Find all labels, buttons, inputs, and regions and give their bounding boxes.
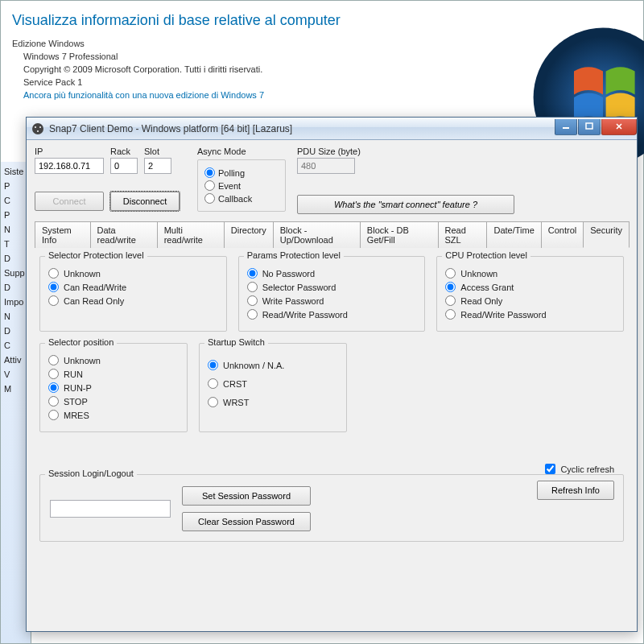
async-polling[interactable]: Polling (204, 167, 279, 178)
tab-data-read-write[interactable]: Data read/write (90, 221, 158, 248)
tab-directory[interactable]: Directory (224, 221, 274, 248)
disconnect-button[interactable]: Disconnect (110, 192, 180, 211)
tab-control[interactable]: Control (541, 221, 584, 248)
async-event[interactable]: Event (204, 180, 279, 191)
titlebar[interactable]: Snap7 Client Demo - Windows platform [64… (27, 118, 637, 140)
radio-params_prot-3[interactable]: Read/Write Password (247, 309, 417, 320)
radio-cpu_prot-3[interactable]: Read/Write Password (445, 309, 615, 320)
minimize-button[interactable] (555, 119, 577, 135)
rack-label: Rack (110, 147, 138, 156)
tab-security[interactable]: Security (583, 221, 630, 248)
smart-connect-button[interactable]: What's the "smart connect" feature ? (297, 195, 514, 214)
group-selector-position: Selector position UnknownRUNRUN-PSTOPMRE… (39, 343, 188, 432)
window-title: Snap7 Client Demo - Windows platform [64… (49, 123, 554, 134)
tab-system-info[interactable]: System Info (35, 221, 91, 248)
tab-multi-read-write[interactable]: Multi read/write (157, 221, 225, 248)
tab-date-time[interactable]: Date/Time (486, 221, 541, 248)
app-icon (31, 122, 44, 135)
clear-session-password-button[interactable]: Clear Session Password (182, 512, 311, 531)
svg-point-5 (37, 130, 39, 132)
close-button[interactable] (601, 119, 637, 135)
slot-label: Slot (144, 147, 171, 156)
tab-block-db-get-fill[interactable]: Block - DB Get/Fill (360, 221, 439, 248)
radio-startup-0[interactable]: Unknown / N.A. (208, 360, 338, 370)
radio-selector_pos-4[interactable]: MRES (48, 410, 179, 420)
security-tab-body: Selector Protection level UnknownCan Rea… (35, 248, 629, 550)
radio-params_prot-2[interactable]: Write Password (247, 295, 417, 306)
tab-block-up-download[interactable]: Block - Up/Download (273, 221, 361, 248)
radio-cpu_prot-2[interactable]: Read Only (445, 295, 615, 306)
tabstrip: System InfoData read/writeMulti read/wri… (35, 221, 629, 248)
svg-point-2 (32, 123, 43, 134)
radio-startup-2[interactable]: WRST (208, 397, 338, 407)
svg-point-3 (35, 126, 36, 128)
radio-params_prot-1[interactable]: Selector Password (247, 282, 417, 292)
radio-params_prot-0[interactable]: No Password (247, 268, 417, 279)
connect-button[interactable]: Connect (35, 192, 104, 211)
svg-point-4 (39, 126, 41, 128)
radio-startup-1[interactable]: CRST (208, 378, 338, 389)
snap7-window: Snap7 Client Demo - Windows platform [64… (26, 117, 638, 632)
client-area: IP Rack Slot Async Mode Polling Event Ca… (27, 140, 637, 631)
radio-selector_prot-2[interactable]: Can Read Only (48, 295, 218, 306)
svg-rect-7 (586, 123, 592, 129)
group-startup-switch: Startup Switch Unknown / N.A.CRSTWRST (199, 343, 347, 432)
session-password-input[interactable] (50, 500, 171, 518)
tab-read-szl[interactable]: Read SZL (438, 221, 488, 248)
group-params-protection: Params Protection level No PasswordSelec… (238, 256, 426, 332)
ip-label: IP (35, 147, 104, 156)
radio-selector_pos-2[interactable]: RUN-P (48, 382, 179, 393)
set-session-password-button[interactable]: Set Session Password (182, 486, 311, 506)
radio-selector_prot-0[interactable]: Unknown (48, 268, 218, 279)
ip-input[interactable] (35, 158, 104, 174)
maximize-button[interactable] (578, 119, 601, 135)
radio-cpu_prot-0[interactable]: Unknown (445, 268, 615, 279)
radio-cpu_prot-1[interactable]: Access Grant (445, 282, 615, 292)
rack-input[interactable] (110, 158, 138, 174)
group-session: Session Login/Logout Set Session Passwor… (39, 474, 624, 542)
group-selector-protection: Selector Protection level UnknownCan Rea… (39, 256, 227, 332)
async-label: Async Mode (197, 147, 286, 156)
cyclic-refresh-checkbox[interactable]: Cyclic refresh (545, 464, 614, 474)
group-cpu-protection: CPU Protection level UnknownAccess Grant… (436, 256, 624, 332)
svg-rect-6 (563, 127, 569, 129)
async-callback[interactable]: Callback (204, 193, 279, 204)
radio-selector_pos-0[interactable]: Unknown (48, 355, 179, 365)
slot-input[interactable] (144, 158, 171, 174)
radio-selector_pos-1[interactable]: RUN (48, 369, 179, 379)
pdu-value (297, 158, 355, 174)
radio-selector_prot-1[interactable]: Can Read/Write (48, 282, 218, 292)
pdu-label: PDU Size (byte) (297, 147, 361, 156)
radio-selector_pos-3[interactable]: STOP (48, 396, 179, 407)
